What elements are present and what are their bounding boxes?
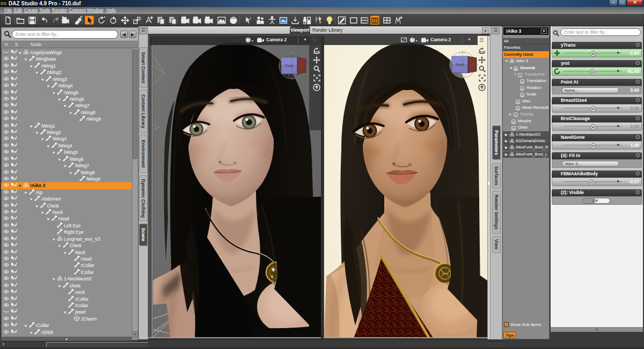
svg-text:Front: Front [285,64,293,68]
svg-text:Front: Front [456,63,464,66]
